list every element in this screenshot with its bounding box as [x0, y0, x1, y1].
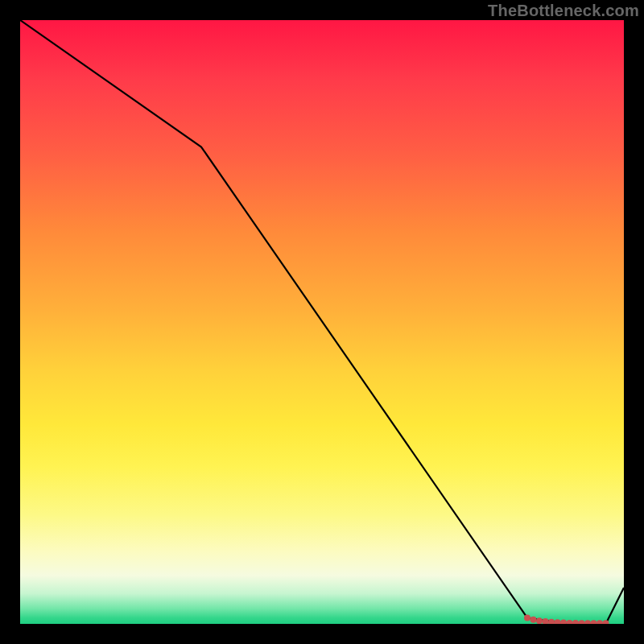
marker-dot [543, 618, 549, 624]
marker-dot [548, 619, 555, 624]
plot-area [20, 20, 624, 624]
marker-dot [579, 620, 585, 624]
chart-frame: TheBottleneck.com [0, 0, 644, 644]
chart-svg [20, 20, 624, 624]
marker-dot [560, 620, 567, 625]
chart-line [20, 20, 624, 624]
marker-dot [524, 615, 530, 621]
watermark-text: TheBottleneck.com [488, 2, 639, 20]
marker-dot [584, 620, 591, 624]
marker-dot [536, 617, 543, 624]
chart-markers [524, 615, 609, 625]
marker-dot [530, 617, 537, 623]
marker-dot [597, 620, 603, 624]
marker-dot [591, 620, 597, 624]
marker-dot [567, 620, 573, 624]
marker-dot [555, 619, 561, 624]
marker-dot [572, 620, 579, 624]
